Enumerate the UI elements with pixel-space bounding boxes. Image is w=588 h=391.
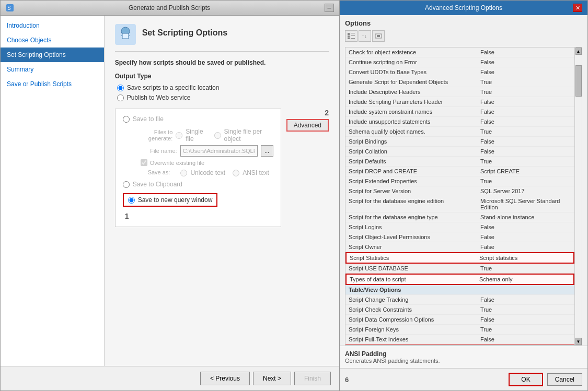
sidebar-item-save-publish[interactable]: Save or Publish Scripts: [1, 77, 104, 91]
sidebar-item-choose-objects[interactable]: Choose Objects: [1, 33, 104, 48]
radio-single-file-per-object[interactable]: Single file per object: [214, 128, 273, 143]
scrollbar-thumb[interactable]: [575, 65, 582, 97]
right-titlebar: Advanced Scripting Options ✕: [340, 1, 587, 15]
options-row-5: Include Scripting Parameters HeaderFalse: [345, 97, 574, 107]
radio-save-location[interactable]: Save scripts to a specific location: [117, 84, 329, 91]
minimize-button[interactable]: ─: [325, 4, 334, 12]
finish-button[interactable]: Finish: [294, 372, 331, 385]
step-number-2: 2: [325, 109, 329, 117]
left-panel: S Generate and Publish Scripts ─ Introdu…: [0, 0, 340, 391]
options-row-24: Script Change TrackingFalse: [345, 295, 574, 305]
svg-text:↑↓: ↑↓: [362, 33, 367, 39]
previous-button[interactable]: < Previous: [200, 372, 250, 385]
radio-unicode[interactable]: Unicode text: [180, 169, 225, 176]
options-row-value-12: Script CREATE: [477, 168, 571, 175]
radio-save-location-input[interactable]: [117, 85, 124, 91]
options-row-value-7: False: [477, 118, 571, 125]
svg-rect-3: [348, 33, 350, 35]
options-row-value-10: False: [477, 148, 571, 155]
file-name-label: File name:: [135, 148, 177, 154]
step-6-label: 6: [345, 376, 349, 384]
options-row-value-6: False: [477, 108, 571, 115]
options-row-27: Script Foreign KeysTrue: [345, 325, 574, 335]
options-label: Options: [345, 19, 582, 27]
options-row-name-15: Script for the database engine edition: [349, 197, 477, 211]
options-row-name-11: Script Defaults: [349, 158, 477, 165]
save-to-file-label[interactable]: Save to file: [123, 115, 164, 123]
files-to-generate-row: Files to generate: Single file Single fi…: [135, 128, 273, 143]
options-row-11: Script DefaultsTrue: [345, 157, 574, 167]
svg-rect-4: [351, 33, 355, 33]
options-row-13: Script Extended PropertiesTrue: [345, 176, 574, 186]
options-row-name-22: Types of data to script: [350, 276, 476, 283]
save-to-clipboard-label[interactable]: Save to Clipboard: [123, 181, 182, 188]
cancel-button[interactable]: Cancel: [547, 373, 582, 386]
svg-rect-11: [377, 35, 380, 37]
sidebar-item-summary[interactable]: Summary: [1, 62, 104, 77]
scrollbar-track[interactable]: ▲ ▼: [574, 48, 582, 345]
options-row-15: Script for the database engine editionMi…: [345, 196, 574, 212]
options-row-29: Script IndexesTrue: [345, 345, 574, 345]
bottom-buttons: 6 OK Cancel: [340, 368, 587, 390]
content-area: Set Scripting Options Specify how script…: [105, 16, 339, 366]
overwrite-checkbox[interactable]: [141, 159, 147, 166]
options-row-name-8: Schema qualify object names.: [349, 128, 477, 135]
browse-button[interactable]: ...: [261, 145, 273, 157]
toolbar-icon-3[interactable]: [372, 30, 385, 42]
options-row-name-9: Script Bindings: [349, 138, 477, 145]
options-row-name-2: Convert UDDTs to Base Types: [349, 68, 477, 76]
advanced-button[interactable]: Advanced: [286, 119, 329, 132]
save-to-query-label[interactable]: Save to new query window: [128, 196, 213, 204]
next-button[interactable]: Next >: [253, 372, 291, 385]
options-row-value-17: False: [477, 223, 571, 231]
options-row-name-21: Script USE DATABASE: [349, 265, 477, 272]
options-row-0: Check for object existenceFalse: [345, 48, 574, 57]
options-row-name-20: Script Statistics: [350, 254, 476, 262]
save-to-query-radio[interactable]: [128, 197, 135, 204]
options-row-name-24: Script Change Tracking: [349, 296, 477, 303]
options-row-name-17: Script Logins: [349, 223, 477, 231]
options-row-8: Schema qualify object names.True: [345, 127, 574, 137]
toolbar-icon-1[interactable]: [345, 30, 358, 42]
options-row-value-21: True: [477, 265, 571, 272]
toolbar-row: ↑↓: [345, 30, 582, 42]
sidebar-item-introduction[interactable]: Introduction: [1, 18, 104, 33]
save-to-query-row: Save to new query window: [123, 193, 273, 207]
right-title: Advanced Scripting Options: [354, 4, 573, 11]
options-row-9: Script BindingsFalse: [345, 137, 574, 147]
page-title: Set Scripting Options: [142, 28, 228, 38]
options-row-value-25: True: [477, 306, 571, 313]
options-row-name-14: Script for Server Version: [349, 187, 477, 195]
file-name-input[interactable]: [180, 145, 258, 157]
options-row-3: Generate Script for Dependent ObjectsTru…: [345, 77, 574, 87]
save-to-file-radio[interactable]: [123, 116, 130, 123]
options-row-name-19: Script Owner: [349, 243, 477, 251]
radio-ansi[interactable]: ANSI text: [233, 169, 269, 176]
ok-button[interactable]: OK: [509, 373, 543, 386]
save-to-clipboard-radio[interactable]: [123, 181, 130, 188]
radio-single-file[interactable]: Single file: [176, 128, 209, 143]
right-panel: Advanced Scripting Options ✕ Options ↑↓ …: [340, 0, 588, 391]
close-button[interactable]: ✕: [573, 4, 582, 12]
save-options-box: Save to file Files to generate: Single f…: [115, 109, 281, 227]
options-row-name-16: Script for the database engine type: [349, 214, 477, 221]
radio-publish-web-input[interactable]: [117, 94, 124, 101]
options-row-4: Include Descriptive HeadersTrue: [345, 87, 574, 97]
app-icon: S: [6, 4, 14, 12]
options-row-value-13: True: [477, 177, 571, 185]
options-row-name-25: Script Check Constraints: [349, 306, 477, 313]
options-row-name-13: Script Extended Properties: [349, 177, 477, 185]
options-row-value-22: Schema only: [476, 276, 570, 283]
titlebar-left: S: [6, 4, 14, 12]
toolbar-sort-icon[interactable]: ↑↓: [359, 30, 371, 42]
options-row-22: Types of data to scriptSchema only: [345, 274, 574, 285]
options-row-name-7: Include unsupported statements: [349, 118, 477, 125]
options-row-21: Script USE DATABASETrue: [345, 264, 574, 274]
radio-publish-web[interactable]: Publish to Web service: [117, 94, 329, 101]
options-row-value-18: False: [477, 233, 571, 241]
options-row-name-1: Continue scripting on Error: [349, 58, 477, 66]
options-row-7: Include unsupported statementsFalse: [345, 117, 574, 127]
ansi-desc: Generates ANSI padding statements.: [345, 358, 582, 364]
sidebar-item-set-scripting-options[interactable]: Set Scripting Options: [1, 48, 104, 62]
options-row-value-8: True: [477, 128, 571, 135]
